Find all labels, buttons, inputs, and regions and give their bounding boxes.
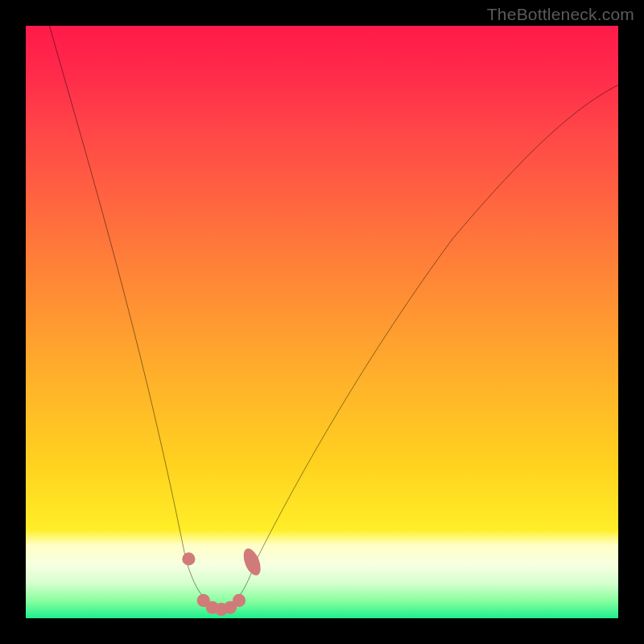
marker-right-blob — [240, 546, 264, 577]
marker-floor-e — [233, 594, 246, 607]
plot-area — [26, 26, 618, 618]
chart-frame: TheBottleneck.com — [0, 0, 644, 644]
curve-path — [49, 26, 618, 608]
bottleneck-curve — [26, 26, 618, 618]
marker-left-dot — [182, 552, 195, 565]
watermark-text: TheBottleneck.com — [487, 5, 634, 24]
marker-group — [182, 546, 264, 616]
